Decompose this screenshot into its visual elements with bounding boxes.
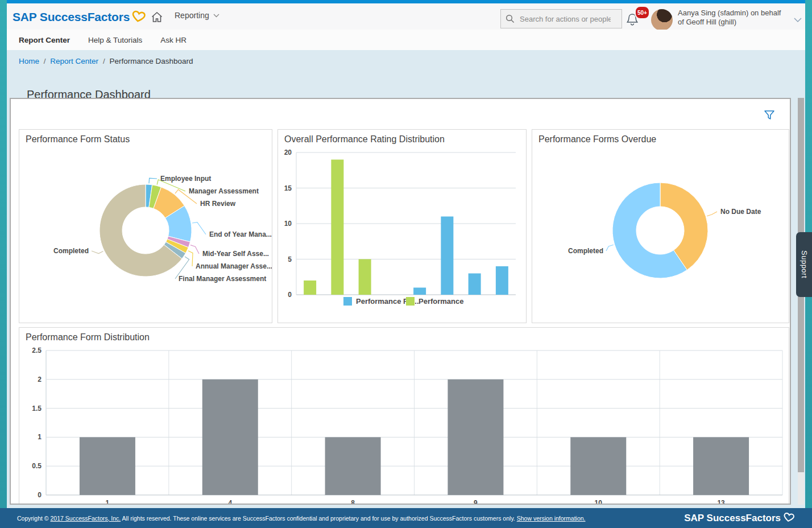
svg-text:2.5: 2.5 — [32, 346, 42, 354]
svg-text:0.5: 0.5 — [32, 462, 42, 470]
breadcrumb-separator: / — [101, 57, 107, 65]
svg-text:No Due Date: No Due Date — [720, 208, 761, 216]
top-utility-bar: SAP SuccessFactors Reporting 50+ Aanya S… — [7, 3, 805, 30]
breadcrumb-home-link[interactable]: Home — [19, 57, 39, 65]
notifications-button[interactable]: 50+ — [625, 9, 648, 30]
chart-card-performance-form-status: Performance Form Status Employee InputMa… — [19, 129, 272, 323]
svg-text:End of Year Mana...: End of Year Mana... — [209, 230, 272, 238]
svg-text:10: 10 — [595, 499, 603, 505]
svg-text:8: 8 — [351, 499, 355, 505]
footer-logo-text: SAP SuccessFactors — [684, 513, 781, 524]
bar-chart-performance-form-distribution: 00.511.522.514891013 — [19, 328, 789, 505]
logo-text: SAP SuccessFactors — [13, 10, 130, 24]
footer-version-link[interactable]: Show version information. — [517, 515, 586, 522]
support-tab[interactable]: Support — [796, 232, 812, 297]
footer: Copyright © 2017 SuccessFactors, Inc. Al… — [0, 508, 812, 528]
svg-text:5: 5 — [288, 255, 292, 263]
chart-card-performance-form-distribution: Performance Form Distribution 00.511.522… — [19, 327, 789, 505]
svg-text:Mid-Year Self Asse...: Mid-Year Self Asse... — [202, 250, 269, 258]
svg-text:0: 0 — [288, 291, 292, 299]
tab-report-center[interactable]: Report Center — [19, 36, 70, 44]
svg-text:20: 20 — [284, 148, 292, 156]
breadcrumb-separator: / — [42, 57, 48, 65]
search-icon — [506, 14, 515, 23]
chart-title: Performance Forms Overdue — [538, 134, 656, 145]
tab-ask-hr[interactable]: Ask HR — [160, 36, 187, 44]
home-icon[interactable] — [150, 10, 165, 24]
footer-copyright: Copyright © 2017 SuccessFactors, Inc. Al… — [17, 515, 586, 522]
svg-text:1.5: 1.5 — [32, 405, 42, 412]
user-avatar[interactable] — [651, 9, 673, 31]
svg-text:Employee Input: Employee Input — [160, 175, 211, 183]
svg-text:Final Manager Assessment: Final Manager Assessment — [179, 275, 266, 283]
window-border-left — [0, 0, 7, 508]
svg-text:13: 13 — [717, 499, 725, 505]
breadcrumb: Home / Report Center / Performance Dashb… — [19, 57, 193, 65]
sap-successfactors-window: SAP SuccessFactors Reporting 50+ Aanya S… — [0, 0, 812, 528]
vertical-scrollbar[interactable] — [798, 98, 804, 505]
svg-text:Completed: Completed — [53, 247, 89, 255]
chevron-down-icon — [213, 14, 219, 18]
svg-text:2: 2 — [38, 376, 42, 383]
chart-title: Performance Form Status — [26, 134, 130, 145]
user-name-line2: of Geoff Hill (ghill) — [678, 18, 781, 27]
svg-text:Manager Assessment: Manager Assessment — [189, 187, 259, 195]
svg-text:Performance Ra...: Performance Ra... — [356, 297, 419, 306]
svg-text:15: 15 — [284, 184, 292, 192]
footer-heart-icon — [781, 510, 796, 526]
user-menu-chevron-icon[interactable] — [794, 15, 802, 25]
footer-sap-logo: SAP SuccessFactors — [684, 511, 795, 526]
tab-help-tutorials[interactable]: Help & Tutorials — [88, 36, 142, 44]
support-tab-label: Support — [800, 250, 809, 278]
chart-card-performance-forms-overdue: Performance Forms Overdue No Due DateCom… — [532, 129, 789, 323]
svg-text:4: 4 — [228, 499, 232, 505]
user-name-line1: Aanya Sing (sfadmin) on behalf — [678, 9, 781, 18]
svg-text:HR Review: HR Review — [200, 200, 236, 208]
footer-company-link[interactable]: 2017 SuccessFactors, Inc. — [51, 515, 121, 522]
breadcrumb-report-center-link[interactable]: Report Center — [50, 57, 98, 65]
search-input[interactable] — [519, 14, 612, 24]
dashboard-panel: Performance Form Status Employee InputMa… — [10, 98, 791, 505]
sap-successfactors-logo[interactable]: SAP SuccessFactors — [13, 9, 146, 26]
donut-chart-performance-forms-overdue: No Due DateCompleted — [532, 130, 789, 323]
chart-title: Overall Performance Rating Distribution — [284, 134, 445, 145]
logo-heart-icon — [130, 7, 148, 27]
footer-text: Copyright © — [17, 515, 51, 522]
breadcrumb-current: Performance Dashboard — [109, 57, 193, 65]
svg-text:Annual Manager Asse...: Annual Manager Asse... — [196, 262, 272, 270]
chart-card-overall-performance-rating: Overall Performance Rating Distribution … — [277, 129, 527, 323]
reporting-label: Reporting — [175, 11, 209, 20]
chart-title: Performance Form Distribution — [26, 332, 150, 343]
bar-chart-overall-performance-rating: 05101520Performance Ra...Performance — [278, 130, 526, 323]
reporting-menu[interactable]: Reporting — [175, 11, 219, 20]
donut-chart-performance-form-status: Employee InputManager AssessmentHR Revie… — [19, 130, 272, 323]
svg-text:0: 0 — [38, 491, 42, 499]
footer-text: All rights reserved. These online servic… — [121, 515, 516, 522]
svg-text:Completed: Completed — [568, 247, 603, 255]
svg-text:Performance: Performance — [419, 297, 463, 306]
module-tab-bar: Report Center Help & Tutorials Ask HR — [7, 30, 805, 50]
global-search[interactable] — [500, 9, 622, 28]
user-menu[interactable]: Aanya Sing (sfadmin) on behalf of Geoff … — [678, 9, 781, 27]
svg-text:10: 10 — [284, 220, 292, 228]
svg-text:1: 1 — [106, 499, 110, 505]
filter-icon[interactable] — [764, 109, 776, 122]
svg-text:1: 1 — [38, 433, 42, 441]
notification-count-badge: 50+ — [635, 6, 650, 19]
svg-text:9: 9 — [474, 499, 478, 505]
